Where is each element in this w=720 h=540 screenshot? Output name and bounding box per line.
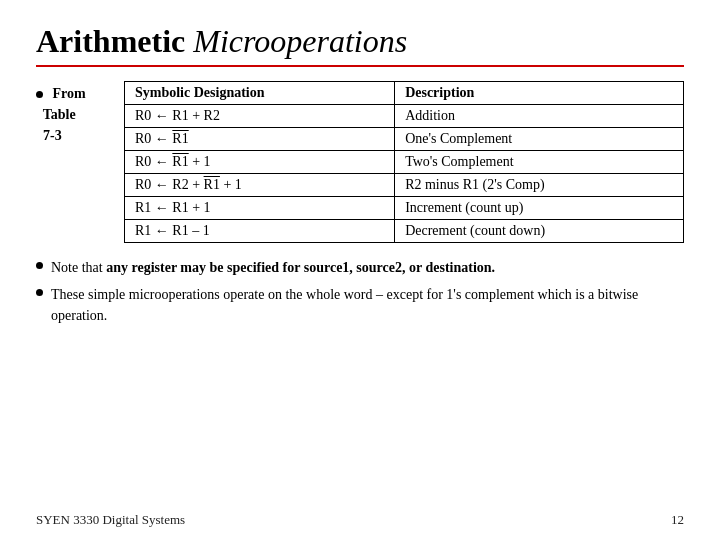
desc-ones-comp: One's Complement: [395, 128, 684, 151]
desc-r2-minus: R2 minus R1 (2's Comp): [395, 174, 684, 197]
table-row: R1 ← R1 – 1 Decrement (count down): [125, 220, 684, 243]
footer-page: 12: [671, 512, 684, 528]
sym-decrement: R1 ← R1 – 1: [125, 220, 395, 243]
from-table-label: From Table 7-3: [36, 81, 106, 243]
sym-ones-comp: R0 ← R1: [125, 128, 395, 151]
sym-addition: R0 ← R1 + R2: [125, 105, 395, 128]
note-2: These simple microoperations operate on …: [36, 284, 684, 326]
table-row: R0 ← R1 + 1 Two's Complement: [125, 151, 684, 174]
from-text: From: [53, 86, 86, 101]
table-row: R0 ← R2 + R1 + 1 R2 minus R1 (2's Comp): [125, 174, 684, 197]
desc-twos-comp: Two's Complement: [395, 151, 684, 174]
desc-decrement: Decrement (count down): [395, 220, 684, 243]
footer: SYEN 3330 Digital Systems 12: [36, 512, 684, 528]
table-row: R1 ← R1 + 1 Increment (count up): [125, 197, 684, 220]
col-symbolic: Symbolic Designation: [125, 82, 395, 105]
notes-area: Note that any register may be specified …: [36, 257, 684, 326]
table-text: Table: [43, 107, 76, 122]
note-1-bold: any register may be specified for source…: [106, 260, 495, 275]
note-1-text: Note that any register may be specified …: [51, 257, 495, 278]
table-row: R0 ← R1 One's Complement: [125, 128, 684, 151]
table-row: R0 ← R1 + R2 Addition: [125, 105, 684, 128]
footer-course: SYEN 3330 Digital Systems: [36, 512, 185, 528]
sym-increment: R1 ← R1 + 1: [125, 197, 395, 220]
page: Arithmetic Microoperations From Table 7-…: [0, 0, 720, 540]
table-header-row: Symbolic Designation Description: [125, 82, 684, 105]
title-microoperations: Microoperations: [193, 23, 407, 59]
content-area: From Table 7-3 Symbolic Designation Desc…: [36, 81, 684, 243]
desc-increment: Increment (count up): [395, 197, 684, 220]
note-2-dot: [36, 289, 43, 296]
num-text: 7-3: [43, 128, 62, 143]
note-1: Note that any register may be specified …: [36, 257, 684, 278]
microoperations-table: Symbolic Designation Description R0 ← R1…: [124, 81, 684, 243]
title-arithmetic: Arithmetic: [36, 23, 193, 59]
col-description: Description: [395, 82, 684, 105]
bullet-dot: [36, 91, 43, 98]
note-2-text: These simple microoperations operate on …: [51, 284, 684, 326]
sym-r2-minus: R0 ← R2 + R1 + 1: [125, 174, 395, 197]
title-divider: [36, 65, 684, 67]
sym-twos-comp: R0 ← R1 + 1: [125, 151, 395, 174]
note-1-dot: [36, 262, 43, 269]
page-title: Arithmetic Microoperations: [36, 24, 684, 59]
desc-addition: Addition: [395, 105, 684, 128]
